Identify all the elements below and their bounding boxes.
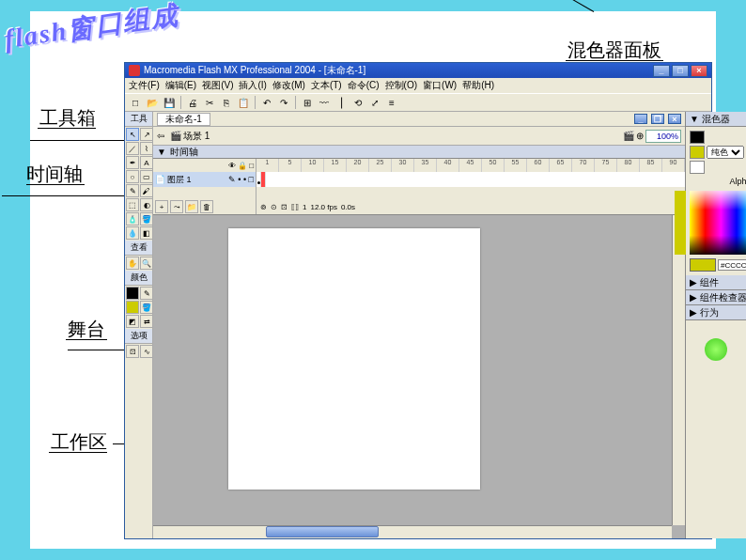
menu-commands[interactable]: 命令(C) (348, 79, 380, 92)
text-tool[interactable]: A (140, 156, 153, 169)
fill-color[interactable] (126, 301, 139, 314)
default-colors[interactable]: ◩ (126, 315, 139, 328)
zoom-field[interactable] (645, 130, 681, 143)
free-transform-tool[interactable]: ⬚ (126, 198, 139, 211)
option-snap[interactable]: ⊡ (126, 345, 139, 358)
subselection-tool[interactable]: ↗ (140, 128, 153, 141)
paste-button[interactable]: 📋 (236, 95, 251, 110)
mixer-header[interactable]: ▼ 混色器 (686, 112, 746, 127)
print-button[interactable]: 🖨 (185, 95, 200, 110)
straighten-button[interactable]: ⎮ (334, 95, 349, 110)
doc-tab[interactable]: 未命名-1 (157, 113, 210, 126)
fill-type-select[interactable]: 纯色 (707, 146, 744, 159)
hex-field[interactable] (718, 259, 746, 271)
lasso-tool[interactable]: ⌇ (140, 142, 153, 155)
oval-tool[interactable]: ○ (126, 170, 139, 183)
menu-modify[interactable]: 修改(M) (272, 79, 305, 92)
save-button[interactable]: 💾 (162, 95, 177, 110)
onion-skin-icon[interactable]: ⊚ (260, 203, 267, 211)
frame-ruler[interactable]: 151015202530354045505560657075808590 (256, 159, 685, 172)
edit-multi-icon[interactable]: ⊡ (281, 203, 288, 211)
outline-icon[interactable]: □ (249, 162, 254, 170)
redo-button[interactable]: ↷ (276, 95, 291, 110)
option-smooth[interactable]: ∿ (140, 345, 153, 358)
fill-transform-tool[interactable]: ◐ (140, 198, 153, 211)
workspace[interactable] (153, 215, 685, 538)
fill-picker-icon[interactable]: 🪣 (140, 301, 153, 314)
insert-motion-guide[interactable]: ⤳ (170, 200, 183, 213)
fps: 12.0 fps (310, 203, 336, 211)
edit-symbol-icon[interactable]: ⊕ (636, 131, 644, 141)
back-icon[interactable]: ⇦ (157, 131, 164, 141)
scene-label[interactable]: 场景 1 (183, 130, 210, 143)
ink-bottle-tool[interactable]: 🧴 (126, 212, 139, 226)
timeline-header[interactable]: ▼ 时间轴 (153, 146, 685, 159)
collapse-icon[interactable]: ▼ (690, 114, 699, 124)
close-button[interactable]: × (691, 65, 707, 77)
components-header[interactable]: ▶组件 (686, 275, 746, 290)
pen-tool[interactable]: ✒ (126, 156, 139, 169)
stroke-color[interactable] (126, 287, 139, 300)
zoom-tool[interactable]: 🔍 (140, 257, 153, 270)
rectangle-tool[interactable]: ▭ (140, 170, 153, 183)
scene-icon: 🎬 (170, 131, 181, 141)
doc-close[interactable]: × (668, 114, 681, 124)
copy-button[interactable]: ⎘ (219, 95, 234, 110)
line-tool[interactable]: ／ (126, 142, 139, 155)
undo-button[interactable]: ↶ (259, 95, 274, 110)
fill-swatch[interactable] (690, 146, 705, 159)
window-titlebar[interactable]: Macromedia Flash MX Professional 2004 - … (125, 63, 711, 78)
onion-markers-icon[interactable]: ⟦⟧ (291, 203, 299, 211)
menu-edit[interactable]: 编辑(E) (165, 79, 196, 92)
brush-tool[interactable]: 🖌 (140, 184, 153, 197)
new-button[interactable]: □ (128, 95, 143, 110)
layer-row[interactable]: 📄 图层 1 ✎ • • □ (153, 172, 256, 187)
align-button[interactable]: ≡ (384, 95, 399, 110)
smooth-button[interactable]: 〰 (317, 95, 332, 110)
insert-layer[interactable]: + (155, 200, 168, 213)
show-hide-icon[interactable]: 👁 (228, 162, 236, 170)
menu-control[interactable]: 控制(O) (385, 79, 417, 92)
open-button[interactable]: 📂 (145, 95, 160, 110)
color-spectrum[interactable] (690, 191, 746, 255)
right-panel-group: ▼ 混色器 红: 纯色 绿: (685, 112, 746, 538)
nav-next-icon[interactable] (705, 338, 727, 361)
edit-scene-icon[interactable]: 🎬 (623, 131, 634, 141)
menu-insert[interactable]: 插入(I) (239, 79, 266, 92)
maximize-button[interactable]: □ (672, 65, 689, 77)
menu-file[interactable]: 文件(F) (129, 79, 160, 92)
scale-button[interactable]: ⤢ (367, 95, 382, 110)
selection-tool[interactable]: ↖ (126, 128, 139, 141)
menu-text[interactable]: 文本(T) (311, 79, 342, 92)
swap-colors[interactable]: ⇄ (140, 315, 153, 328)
doc-restore[interactable]: ❐ (651, 114, 664, 124)
stage[interactable] (228, 228, 480, 490)
eraser-tool[interactable]: ◧ (140, 226, 153, 240)
pencil-tool[interactable]: ✎ (126, 184, 139, 197)
menu-window[interactable]: 窗口(W) (423, 79, 457, 92)
horizontal-scrollbar[interactable] (153, 525, 672, 538)
default-swatch[interactable] (690, 161, 705, 174)
cut-button[interactable]: ✂ (202, 95, 217, 110)
timeline-title: 时间轴 (170, 146, 198, 159)
doc-minimize[interactable]: _ (634, 114, 647, 124)
stroke-picker-icon[interactable]: ✎ (140, 287, 153, 300)
paint-bucket-tool[interactable]: 🪣 (140, 212, 153, 226)
eyedropper-tool[interactable]: 💧 (126, 226, 139, 240)
vertical-scrollbar[interactable] (672, 215, 685, 525)
frames-track[interactable] (256, 172, 685, 187)
stroke-swatch[interactable] (690, 131, 705, 144)
rotate-button[interactable]: ⟲ (350, 95, 365, 110)
delete-layer[interactable]: 🗑 (200, 200, 213, 213)
behaviors-header[interactable]: ▶行为 (686, 305, 746, 320)
onion-outline-icon[interactable]: ⊙ (271, 203, 277, 211)
lock-icon[interactable]: 🔒 (238, 162, 247, 170)
snap-button[interactable]: ⊞ (300, 95, 315, 110)
menu-help[interactable]: 帮助(H) (462, 79, 494, 92)
collapse-icon[interactable]: ▼ (157, 147, 166, 157)
menu-view[interactable]: 视图(V) (202, 79, 233, 92)
minimize-button[interactable]: _ (653, 65, 670, 77)
inspector-header[interactable]: ▶组件检查器 (686, 290, 746, 305)
insert-folder[interactable]: 📁 (185, 200, 198, 213)
hand-tool[interactable]: ✋ (126, 257, 139, 270)
